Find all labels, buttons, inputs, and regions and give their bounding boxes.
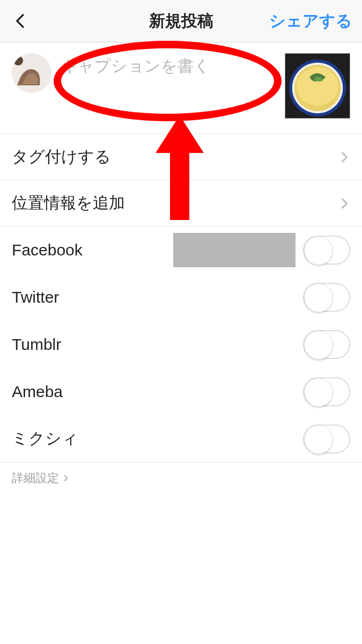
back-button[interactable] [10,10,31,32]
share-row-tumblr: Tumblr [0,321,362,368]
share-submit-button[interactable]: シェアする [269,10,352,32]
post-thumbnail[interactable] [285,53,350,119]
page-title: 新規投稿 [149,10,213,32]
share-row-ameba: Ameba [0,368,362,415]
chevron-left-icon [12,13,28,29]
toggle-ameba[interactable] [303,377,350,406]
avatar [12,53,51,93]
share-label: Twitter [12,288,59,306]
add-location-row[interactable]: 位置情報を追加 [0,180,362,226]
share-row-mixi: ミクシィ [0,415,362,463]
share-label: Tumblr [12,335,61,354]
share-label: ミクシィ [12,428,78,450]
advanced-settings-label: 詳細設定 [12,470,59,486]
add-location-label: 位置情報を追加 [12,192,125,214]
svg-point-2 [13,56,23,65]
tag-people-label: タグ付けする [12,146,111,168]
chevron-right-icon [62,474,70,482]
header: 新規投稿 シェアする [0,0,362,42]
chevron-right-icon [338,197,350,209]
toggle-twitter[interactable] [303,283,350,312]
redaction-mask [173,233,295,267]
tag-people-row[interactable]: タグ付けする [0,134,362,180]
share-label: Ameba [12,383,63,401]
toggle-mixi[interactable] [303,425,350,453]
share-row-facebook: Facebook [0,226,362,274]
caption-placeholder: キャプションを書く [61,57,210,75]
share-label: Facebook [12,241,83,259]
caption-input[interactable]: キャプションを書く [51,53,285,77]
toggle-facebook[interactable] [303,236,350,265]
svg-point-7 [297,68,339,106]
share-row-twitter: Twitter [0,274,362,321]
chevron-right-icon [338,151,350,163]
share-list: Facebook Twitter Tumblr Ameba ミクシィ [0,226,362,463]
toggle-tumblr[interactable] [303,330,350,359]
advanced-settings-link[interactable]: 詳細設定 [0,463,362,494]
caption-row: キャプションを書く [0,42,362,134]
